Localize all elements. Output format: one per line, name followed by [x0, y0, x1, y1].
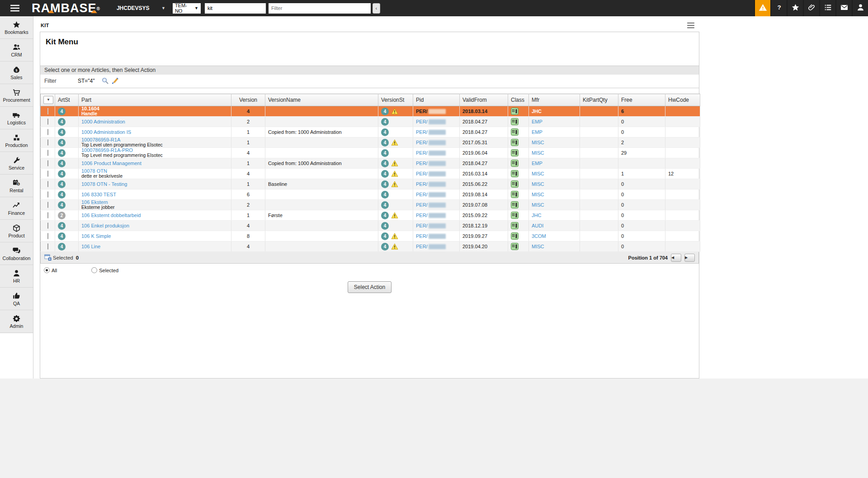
row-checkbox[interactable] [47, 243, 48, 250]
pid-link[interactable]: PER/ [416, 192, 428, 198]
table-row[interactable]: 41000786959-R1A-PROTop Level med program… [41, 148, 700, 158]
table-row[interactable]: 4106 Line44PER/2019.04.20MISC0 [41, 241, 700, 252]
mfr-link[interactable]: MISC [532, 181, 544, 187]
table-row[interactable]: 41000786959-R1ATop Level uten programmer… [41, 137, 700, 148]
pid-link[interactable]: PER/ [416, 109, 428, 114]
attachment-button[interactable] [803, 0, 819, 16]
pid-link[interactable]: PER/ [416, 161, 428, 166]
pid-link[interactable]: PER/ [416, 182, 428, 187]
row-checkbox[interactable] [47, 170, 48, 177]
part-link[interactable]: 106 Eksternt dobbeltarbeid [81, 213, 228, 218]
mfr-link[interactable]: MISC [532, 192, 544, 197]
select-action-button[interactable]: Select Action [348, 281, 392, 293]
filter-value[interactable]: ST="4" [78, 78, 95, 84]
part-link[interactable]: 106 8330 TEST [81, 192, 228, 197]
table-row[interactable]: 4106 8330 TEST64PER/2019.08.14MISC0 [41, 189, 700, 200]
column-header-versionst[interactable]: VersionSt [378, 94, 413, 106]
row-checkbox[interactable] [47, 233, 48, 239]
sidebar-item-product[interactable]: Product [0, 220, 33, 242]
column-header-pid[interactable]: Pid [413, 94, 460, 106]
table-row[interactable]: 2106 Eksternt dobbeltarbeid1Første4PER/2… [41, 210, 700, 221]
pid-link[interactable]: PER/ [416, 130, 428, 135]
sidebar-item-sales[interactable]: $Sales [0, 62, 33, 84]
sidebar-item-production[interactable]: Production [0, 129, 33, 152]
pid-link[interactable]: PER/ [416, 119, 428, 125]
table-row[interactable]: 41006 Product Management1Copied from: 10… [41, 158, 700, 169]
table-row[interactable]: 41000 Administration24PER/2018.04.27EMP0 [41, 117, 700, 127]
part-link[interactable]: 10078 OTN - Testing [81, 182, 228, 187]
sidebar-item-procurement[interactable]: Procurement [0, 84, 33, 107]
sidebar-item-hr[interactable]: HR [0, 265, 33, 288]
user-button[interactable] [852, 0, 868, 16]
mfr-link[interactable]: 3COM [532, 233, 546, 239]
pid-link[interactable]: PER/ [416, 244, 428, 250]
mfr-link[interactable]: JHC [532, 109, 542, 114]
column-header-validfrom[interactable]: ValidFrom [460, 94, 508, 106]
table-row[interactable]: 4106 K Simple84PER/2019.09.273COM0 [41, 231, 700, 241]
row-checkbox[interactable] [47, 118, 48, 125]
part-link[interactable]: 1006 Product Management [81, 161, 228, 166]
mfr-link[interactable]: EMP [532, 129, 542, 135]
page-previous-button[interactable]: ◀ [671, 254, 681, 262]
collapse-search-button[interactable]: ‹ [373, 3, 380, 14]
sidebar-item-qa[interactable]: QA [0, 288, 33, 310]
column-header-class[interactable]: Class [508, 94, 529, 106]
pid-link[interactable]: PER/ [416, 151, 428, 156]
hamburger-menu-icon[interactable] [10, 4, 20, 12]
pid-link[interactable]: PER/ [416, 223, 428, 229]
table-row[interactable]: 410078 OTN - Testing1Baseline4PER/2015.0… [41, 179, 700, 189]
radio-all[interactable]: All [44, 267, 57, 273]
panel-menu-icon[interactable] [687, 22, 695, 28]
sidebar-item-finance[interactable]: Finance [0, 197, 33, 220]
row-checkbox[interactable] [47, 139, 48, 146]
mfr-link[interactable]: MISC [532, 202, 544, 208]
row-checkbox[interactable] [47, 222, 48, 229]
table-row[interactable]: 4106 EksternEksterne jobber24PER/2019.07… [41, 200, 700, 210]
clear-filter-brush-icon[interactable] [111, 77, 119, 85]
row-checkbox[interactable] [47, 181, 48, 187]
mfr-link[interactable]: EMP [532, 161, 542, 166]
pid-link[interactable]: PER/ [416, 171, 428, 177]
row-checkbox[interactable] [47, 202, 48, 208]
page-next-button[interactable]: ▶ [684, 254, 695, 262]
sidebar-item-collaboration[interactable]: Collaboration [0, 242, 33, 265]
sidebar-item-logistics[interactable]: Logistics [0, 107, 33, 129]
table-row[interactable]: 4106 Enkel produksjon44PER/2018.12.19AUD… [41, 221, 700, 231]
mfr-link[interactable]: EMP [532, 119, 542, 124]
part-link[interactable]: 106 K Simple [81, 234, 228, 239]
sidebar-item-bookmarks[interactable]: Bookmarks [0, 16, 33, 39]
row-checkbox[interactable] [47, 129, 48, 135]
system-select[interactable]: JHCDEVSYS ▼ [117, 5, 165, 11]
mfr-link[interactable]: MISC [532, 244, 544, 249]
tab-kit[interactable]: KIT [41, 23, 49, 28]
part-link[interactable]: 106 Line [81, 244, 228, 249]
radio-selected[interactable]: Selected [91, 267, 118, 273]
select-all-dropdown-button[interactable]: ▼ [43, 96, 53, 104]
sidebar-item-crm[interactable]: CRM [0, 39, 33, 62]
mail-button[interactable] [835, 0, 852, 16]
column-header-version[interactable]: Version [231, 94, 265, 106]
row-checkbox[interactable] [47, 191, 48, 198]
mfr-link[interactable]: MISC [532, 171, 544, 176]
mfr-link[interactable]: JHC [532, 213, 541, 218]
row-checkbox[interactable] [47, 212, 48, 218]
pid-link[interactable]: PER/ [416, 203, 428, 208]
part-link[interactable]: 10.1604 [81, 106, 228, 111]
column-header-part[interactable]: Part [79, 94, 231, 106]
mfr-link[interactable]: MISC [532, 150, 544, 156]
pid-link[interactable]: PER/ [416, 234, 428, 239]
column-header-mfr[interactable]: Mfr [529, 94, 580, 106]
mfr-link[interactable]: AUDI [532, 223, 543, 228]
pid-link[interactable]: PER/ [416, 140, 428, 146]
search-icon[interactable] [101, 77, 109, 85]
table-row[interactable]: 410078 OTNdette er beskrivesle44PER/2016… [41, 169, 700, 179]
pid-link[interactable]: PER/ [416, 213, 428, 218]
row-checkbox[interactable] [47, 160, 48, 166]
rambase-logo[interactable]: RAMBASE® [32, 0, 100, 16]
table-row[interactable]: 41000 Administration IS1Copied from: 100… [41, 127, 700, 137]
column-header-free[interactable]: Free [618, 94, 665, 106]
column-header-kitpartqty[interactable]: KitPartQty [580, 94, 618, 106]
part-link[interactable]: 1000 Administration IS [81, 130, 228, 135]
sidebar-item-admin[interactable]: Admin [0, 310, 33, 333]
row-checkbox[interactable] [47, 150, 48, 156]
